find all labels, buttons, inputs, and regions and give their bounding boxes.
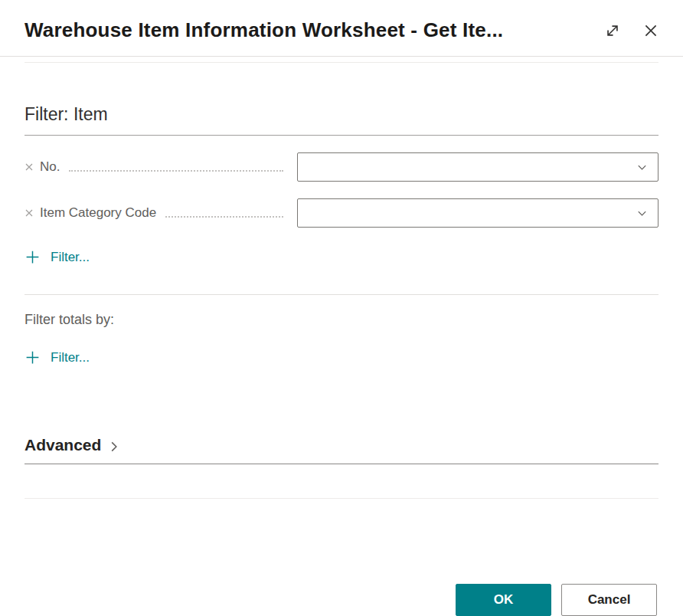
filter-section-heading: Filter: Item <box>25 104 658 136</box>
chevron-right-icon <box>107 440 121 454</box>
add-filter-label: Filter... <box>51 350 90 365</box>
plus-icon <box>25 349 41 365</box>
plus-icon <box>25 249 41 265</box>
filter-row-item-category: Item Category Code <box>25 198 658 228</box>
chevron-down-icon[interactable] <box>626 153 658 181</box>
close-icon[interactable] <box>642 21 660 40</box>
advanced-expander[interactable]: Advanced <box>25 436 658 464</box>
dialog-content: Filter: Item No. <box>0 63 683 559</box>
filter-field-label: Item Category Code <box>40 205 156 221</box>
add-filter-label: Filter... <box>51 250 90 265</box>
dotted-leader <box>69 170 283 172</box>
no-filter-input[interactable] <box>298 153 626 181</box>
item-category-filter-input[interactable] <box>298 199 626 227</box>
no-filter-combobox <box>297 152 658 182</box>
footer-divider <box>25 498 658 499</box>
remove-filter-icon[interactable] <box>25 162 34 172</box>
page-title: Warehouse Item Information Worksheet - G… <box>25 18 503 42</box>
filter-label-area: No. <box>25 159 297 175</box>
add-totals-filter-button[interactable]: Filter... <box>25 349 90 365</box>
totals-heading: Filter totals by: <box>25 312 658 328</box>
filter-label-area: Item Category Code <box>25 205 297 221</box>
chevron-down-icon[interactable] <box>626 199 658 227</box>
add-filter-button[interactable]: Filter... <box>25 249 90 265</box>
advanced-label: Advanced <box>25 436 101 454</box>
filter-row-no: No. <box>25 152 658 182</box>
item-category-filter-combobox <box>297 198 658 228</box>
filter-dialog: Warehouse Item Information Worksheet - G… <box>0 0 683 616</box>
dotted-leader <box>165 216 283 218</box>
cancel-button[interactable]: Cancel <box>561 584 657 616</box>
dialog-footer: OK Cancel <box>0 584 683 616</box>
totals-divider <box>25 294 658 295</box>
dialog-header: Warehouse Item Information Worksheet - G… <box>0 0 683 57</box>
ok-button[interactable]: OK <box>456 584 551 616</box>
header-icons <box>603 21 660 40</box>
filter-field-label: No. <box>40 159 60 175</box>
expand-diagonal-icon[interactable] <box>603 21 622 40</box>
remove-filter-icon[interactable] <box>25 208 34 218</box>
